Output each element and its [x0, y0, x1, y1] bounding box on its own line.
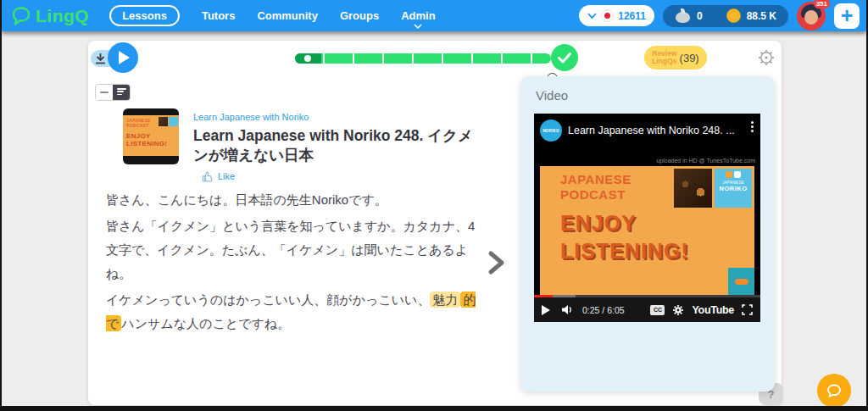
lingq-pin-icon	[10, 5, 32, 27]
lesson-progress-bar[interactable]	[295, 53, 551, 64]
lesson-meta: Learn Japanese with Noriko Learn Japanes…	[193, 108, 481, 182]
youtube-play-icon[interactable]	[542, 305, 550, 315]
lesson-text: 皆さん、こんにちは。日本語の先生Norikoです。 皆さん「イクメン」という言葉…	[106, 188, 484, 338]
add-content-button[interactable]: +	[834, 3, 860, 29]
thumbnail-photo	[159, 117, 168, 126]
document-icon	[117, 88, 126, 97]
streak-count: 0	[697, 10, 703, 22]
course-link[interactable]: Learn Japanese with Noriko	[193, 112, 309, 122]
lingq-logo[interactable]: LingQ	[10, 5, 89, 27]
uploaded-note: uploaded in HD @ TunesToTube.com	[656, 158, 755, 164]
download-icon	[95, 53, 106, 64]
view-mode-toggle	[95, 84, 131, 101]
japanese-flag-icon	[601, 9, 614, 22]
nav-lessons[interactable]: Lessons	[109, 5, 180, 26]
video-panel-heading: Video	[536, 88, 568, 103]
paragraph[interactable]: 皆さん「イクメン」という言葉を知っていますか。カタカナ、4文字で、イクメン。たぶ…	[106, 214, 484, 286]
notification-badge: 351	[814, 0, 830, 8]
nav-tutors[interactable]: Tutors	[202, 9, 235, 22]
captions-button[interactable]: CC	[650, 305, 665, 315]
main-nav: Lessons Tutors Community Groups Admin	[109, 5, 435, 26]
next-page-button[interactable]	[485, 250, 507, 277]
volume-icon[interactable]	[561, 304, 574, 315]
paragraph[interactable]: イケメンっていうのはかっこいい人、顔がかっこいい、魅力的でハンサムな人のことです…	[106, 288, 484, 336]
reader-settings-button[interactable]	[758, 49, 775, 66]
gear-icon	[758, 49, 775, 66]
play-audio-button[interactable]	[108, 42, 138, 73]
coin-count: 88.5 K	[747, 10, 776, 22]
avatar[interactable]: 351	[797, 2, 826, 31]
progress-position-dot[interactable]	[304, 55, 311, 62]
chevron-down-icon	[414, 24, 422, 29]
publisher-logo	[728, 268, 754, 295]
youtube-menu-icon[interactable]	[751, 121, 754, 132]
streak-apple-icon	[675, 8, 691, 23]
lingq-highlight[interactable]: 魅力	[430, 292, 460, 308]
like-button[interactable]: Like	[202, 170, 481, 182]
complete-lesson-button[interactable]	[551, 44, 578, 71]
youtube-video-title[interactable]: Learn Japanese with Noriko 248. ...	[568, 125, 737, 136]
chevron-right-icon	[486, 250, 506, 275]
thumbnail-badge	[169, 117, 178, 126]
paragraph[interactable]: 皆さん、こんにちは。日本語の先生Norikoです。	[106, 188, 484, 212]
lesson-thumbnail: JAPANESEPODCAST ENJOYLISTENING!	[123, 108, 179, 164]
coin-icon	[726, 8, 741, 23]
video-time: 0:25 / 6:05	[582, 305, 625, 315]
app-window: LingQ Lessons Tutors Community Groups Ad…	[0, 0, 868, 411]
cover-photo	[674, 169, 712, 208]
lesson-title: Learn Japanese with Noriko 248. イクメンが増えな…	[193, 126, 476, 165]
topbar-right-cluster: 12611 0 88.5 K 351 +	[579, 2, 860, 31]
known-words-count: 12611	[618, 10, 646, 22]
youtube-player[interactable]: NORIKO Learn Japanese with Noriko 248. .…	[534, 114, 760, 322]
youtube-settings-icon[interactable]	[672, 304, 684, 316]
language-icon	[715, 171, 752, 178]
known-words-pill[interactable]: 12611	[579, 5, 654, 26]
nav-admin-label: Admin	[401, 9, 435, 22]
fullscreen-icon[interactable]	[742, 304, 753, 315]
minus-icon	[100, 92, 108, 93]
streak-coins-pill[interactable]: 0 88.5 K	[663, 5, 788, 27]
video-frame: JAPANESE PODCAST JAPANESE NORIKO ENJOY L…	[540, 166, 754, 295]
nav-admin[interactable]: Admin	[401, 9, 435, 22]
play-icon	[119, 51, 130, 64]
video-panel: Video NORIKO Learn Japanese with Noriko …	[520, 76, 775, 392]
minimal-view-button[interactable]	[96, 85, 113, 100]
nav-groups[interactable]: Groups	[340, 9, 379, 22]
page-background: LingQ Lessons Tutors Community Groups Ad…	[2, 0, 866, 406]
checkmark-icon	[558, 53, 571, 64]
youtube-logo[interactable]: YouTube	[692, 304, 734, 316]
review-count: (39)	[680, 52, 699, 64]
chat-support-button[interactable]	[817, 374, 851, 406]
like-label: Like	[218, 171, 235, 181]
cover-badge: JAPANESE NORIKO	[715, 169, 752, 208]
logo-text: LingQ	[36, 6, 89, 26]
review-label-line2: LingQs	[652, 58, 676, 65]
page-view-button[interactable]	[113, 85, 130, 100]
top-nav-bar: LingQ Lessons Tutors Community Groups Ad…	[2, 0, 866, 31]
review-lingqs-button[interactable]: Review LingQs (39)	[644, 46, 707, 69]
nav-community[interactable]: Community	[257, 9, 318, 22]
youtube-controls: 0:25 / 6:05 CC YouTube	[534, 295, 760, 322]
channel-avatar[interactable]: NORIKO	[540, 119, 562, 142]
chat-bubble-icon	[826, 383, 843, 399]
chevron-down-icon	[587, 13, 597, 19]
thumbs-up-icon	[202, 170, 214, 182]
